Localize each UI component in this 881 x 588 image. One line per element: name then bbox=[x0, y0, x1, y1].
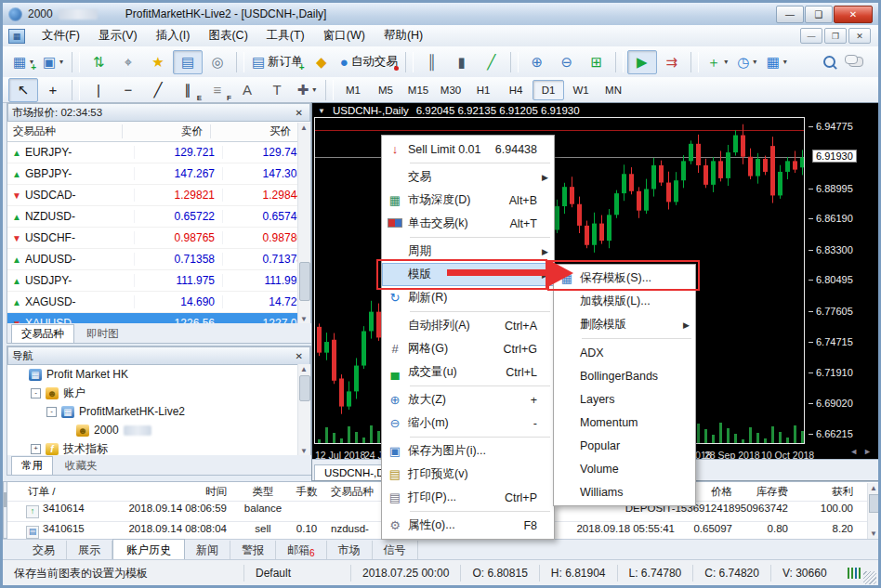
timeframe-m30[interactable]: M30 bbox=[435, 80, 467, 100]
menu-item-trade[interactable]: 交易▶ bbox=[382, 165, 554, 189]
menu-item-properties[interactable]: ⚙属性(o)...F8 bbox=[382, 514, 554, 537]
resize-grip[interactable] bbox=[863, 571, 876, 584]
tree-toggle-icon[interactable]: - bbox=[31, 388, 41, 399]
tree-toggle-icon[interactable]: + bbox=[31, 444, 41, 454]
terminal-tab-新闻[interactable]: 新闻 bbox=[185, 541, 230, 560]
menu-item-depth-of-market[interactable]: ▦市场深度(D)Alt+B bbox=[382, 189, 554, 212]
data-window-button[interactable]: ⌖ bbox=[113, 50, 143, 74]
shapes-tool[interactable]: ✚▾ bbox=[292, 78, 322, 102]
nav-node-2000[interactable]: ☻2000 bbox=[7, 421, 310, 439]
chart-shift-button[interactable]: ⇉ bbox=[657, 50, 687, 74]
timeframe-d1[interactable]: D1 bbox=[533, 80, 564, 100]
cursor-tool[interactable]: ↖ bbox=[8, 78, 38, 102]
tab-tick-chart[interactable]: 即时图 bbox=[76, 324, 129, 343]
line-chart-button[interactable]: ╱ bbox=[477, 50, 506, 74]
child-close-button[interactable]: ✕ bbox=[848, 28, 871, 44]
menubar-item-2[interactable]: 插入(I) bbox=[147, 25, 200, 46]
terminal-tab-信号[interactable]: 信号 bbox=[373, 541, 418, 560]
auto-scroll-button[interactable]: ▶ bbox=[627, 50, 657, 74]
timeframe-m1[interactable]: M1 bbox=[337, 80, 369, 100]
nav-node-profit-market-hk[interactable]: ▦Profit Market HK bbox=[7, 365, 310, 384]
timeframe-h1[interactable]: H1 bbox=[467, 80, 499, 100]
menu-item-one-click-trading[interactable]: 单击交易(k)Alt+T bbox=[382, 212, 554, 235]
menubar-item-0[interactable]: 文件(F) bbox=[33, 25, 89, 46]
menu-item-sell-limit[interactable]: ↓Sell Limit 0.016.94438 bbox=[382, 137, 554, 161]
terminal-tab-邮箱[interactable]: 邮箱6 bbox=[276, 541, 327, 560]
zoom-out-button[interactable]: ⊖ bbox=[552, 50, 582, 74]
templates-button[interactable]: ▦▾ bbox=[762, 50, 792, 74]
market-watch-button[interactable]: ⇅ bbox=[84, 50, 113, 74]
menu-item-refresh[interactable]: ↻刷新(R) bbox=[382, 286, 554, 309]
menu-item-zoom-out[interactable]: ⊖缩小(m)- bbox=[382, 412, 554, 435]
maximize-button[interactable]: ❑ bbox=[805, 6, 833, 23]
navigator-scrollbar[interactable]: ▲▼ bbox=[297, 364, 310, 456]
menubar-item-4[interactable]: 工具(T) bbox=[257, 25, 314, 46]
timeframe-m15[interactable]: M15 bbox=[402, 80, 434, 100]
market-watch-row-nzdusd[interactable]: ▲NZDUSD-0.657220.65746 bbox=[7, 206, 310, 228]
chat-icon[interactable] bbox=[848, 57, 863, 67]
table-row[interactable]: ↑3410614 bbox=[26, 503, 85, 518]
indicators-button[interactable]: ＋▾ bbox=[703, 50, 732, 74]
terminal-scrollbar[interactable]: ▲ ▼ bbox=[867, 483, 880, 539]
market-watch-row-xagusd[interactable]: ▲XAGUSD-14.69014.729 bbox=[7, 292, 310, 313]
profiles-button[interactable]: ▣▾ bbox=[38, 50, 68, 74]
timeframe-m5[interactable]: M5 bbox=[370, 80, 401, 100]
market-watch-scrollbar[interactable]: ▲▼ bbox=[297, 123, 310, 324]
market-watch-row-usdcad[interactable]: ▼USDCAD-1.298211.29844 bbox=[7, 185, 310, 206]
market-watch-title[interactable]: 市场报价: 02:34:53 ✕ bbox=[7, 103, 310, 122]
timeframe-mn[interactable]: MN bbox=[598, 80, 629, 100]
autotrading-button[interactable]: ●自动交易 bbox=[336, 50, 401, 74]
terminal-tab-展示[interactable]: 展示 bbox=[67, 541, 112, 560]
menu-item-auto-arrange[interactable]: 自动排列(A)Ctrl+A bbox=[382, 314, 554, 337]
navigator-close-icon[interactable]: ✕ bbox=[293, 351, 306, 361]
menu-item-template[interactable]: 模版▶ bbox=[382, 263, 554, 286]
menu-item-print-preview[interactable]: ▤打印预览(v) bbox=[382, 463, 554, 486]
text-tool[interactable]: A bbox=[232, 78, 262, 102]
vline-tool[interactable]: | bbox=[84, 78, 113, 102]
tree-toggle-icon[interactable]: - bbox=[46, 407, 57, 417]
market-watch-close-icon[interactable]: ✕ bbox=[293, 108, 306, 118]
submenu-item-adx[interactable]: ADX bbox=[554, 341, 695, 364]
menu-item-grid[interactable]: #网格(G)Ctrl+G bbox=[382, 337, 554, 360]
menu-item-zoom-in[interactable]: ⊕放大(Z)+ bbox=[382, 388, 554, 412]
submenu-item-bollingerbands[interactable]: BollingerBands bbox=[554, 364, 695, 387]
menubar-item-5[interactable]: 窗口(W) bbox=[314, 25, 375, 46]
submenu-item-layers[interactable]: Layers bbox=[554, 387, 695, 411]
hline-tool[interactable]: − bbox=[113, 78, 143, 102]
menu-item-periodicity[interactable]: 周期▶ bbox=[382, 240, 554, 263]
strategy-tester-button[interactable]: ◎ bbox=[203, 50, 232, 74]
chart-system-icon[interactable]: ▦ bbox=[8, 29, 25, 44]
new-chart-button[interactable]: ▦+▾ bbox=[8, 50, 38, 74]
submenu-item-volume[interactable]: Volume bbox=[554, 457, 695, 480]
tab-common[interactable]: 常用 bbox=[11, 456, 53, 475]
navigator-button[interactable]: ★ bbox=[143, 50, 173, 74]
market-watch-row-usdjpy[interactable]: ▲USDJPY-111.975111.993 bbox=[7, 270, 310, 292]
menubar-item-6[interactable]: 帮助(H) bbox=[375, 25, 432, 46]
new-order-button[interactable]: ▤+新订单 bbox=[248, 50, 307, 74]
chart-scroll-arrows[interactable]: ◄► bbox=[849, 447, 877, 456]
child-minimize-button[interactable]: — bbox=[800, 28, 822, 44]
candlestick-button[interactable]: ▮ bbox=[447, 50, 477, 74]
submenu-item-williams[interactable]: Williams bbox=[554, 480, 695, 503]
submenu-item-popular[interactable]: Popular bbox=[554, 434, 695, 457]
menu-item-volumes[interactable]: ▄成交量(u)Ctrl+L bbox=[382, 360, 554, 384]
navigator-title[interactable]: 导航 ✕ bbox=[7, 346, 310, 365]
title-bar[interactable]: 2000 ProfitMarketHK-Live2 - [USDCNH-,Dai… bbox=[3, 3, 878, 26]
label-tool[interactable]: T bbox=[262, 78, 292, 102]
menu-item-print[interactable]: ▤打印(P)...Ctrl+P bbox=[382, 486, 554, 509]
minimize-button[interactable]: — bbox=[776, 6, 804, 23]
submenu-item-remove-template[interactable]: 删除模版▶ bbox=[554, 313, 695, 336]
table-row[interactable]: ▤3410615 bbox=[26, 523, 85, 539]
submenu-item-save-template[interactable]: ▦保存模板(S)... bbox=[554, 267, 695, 290]
periods-button[interactable]: ◷▾ bbox=[732, 50, 762, 74]
zoom-in-button[interactable]: ⊕ bbox=[522, 50, 552, 74]
terminal-tab-警报[interactable]: 警报 bbox=[230, 541, 276, 560]
bar-chart-button[interactable]: ║ bbox=[417, 50, 447, 74]
menubar-item-1[interactable]: 显示(V) bbox=[89, 25, 147, 46]
timeframe-h4[interactable]: H4 bbox=[500, 80, 532, 100]
menubar-item-3[interactable]: 图表(C) bbox=[199, 25, 256, 46]
fibo-tool[interactable]: ≡F bbox=[203, 78, 232, 102]
submenu-item-load-template[interactable]: 加载模版(L)... bbox=[554, 290, 695, 313]
child-restore-button[interactable]: ❐ bbox=[824, 28, 847, 44]
close-button[interactable]: ✕ bbox=[834, 6, 873, 23]
